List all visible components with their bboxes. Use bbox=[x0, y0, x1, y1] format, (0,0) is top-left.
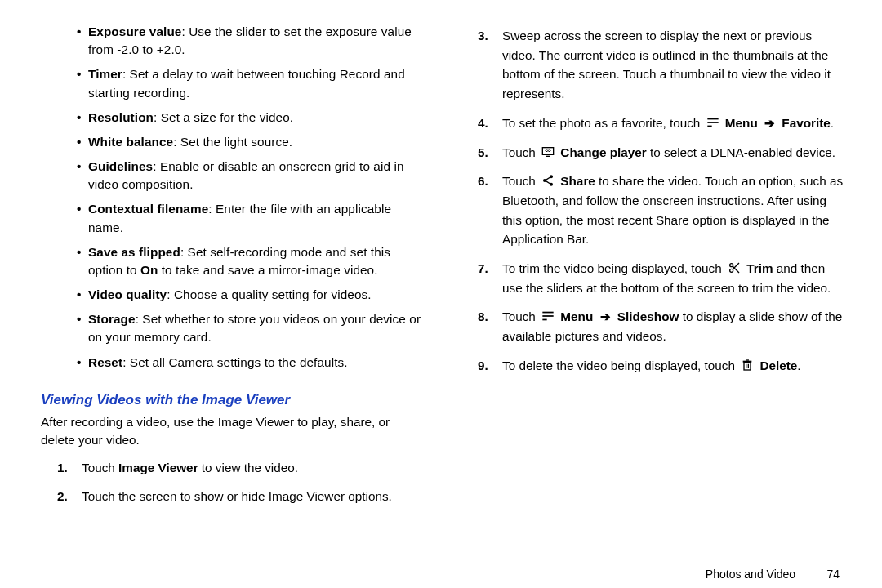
step-item: To set the photo as a favorite, touch Me… bbox=[478, 114, 844, 133]
step-item: Touch Menu ➔ Slideshow to display a slid… bbox=[478, 307, 844, 345]
step-item: Touch Change player to select a DLNA-ena… bbox=[478, 143, 844, 163]
section-heading: Viewing Videos with the Image Viewer bbox=[41, 390, 424, 411]
menu-icon bbox=[706, 116, 719, 129]
page-footer: Photos and Video 74 bbox=[458, 566, 844, 588]
left-steps: Touch Image Viewer to view the video.Tou… bbox=[57, 458, 424, 516]
setting-bullet: Timer: Set a delay to wait between touch… bbox=[88, 65, 424, 101]
setting-bullet: Exposure value: Use the slider to set th… bbox=[88, 23, 424, 59]
trim-icon bbox=[728, 261, 741, 274]
setting-bullet: Guidelines: Enable or disable an onscree… bbox=[88, 158, 424, 194]
menu-icon bbox=[541, 310, 555, 323]
left-column: Exposure value: Use the slider to set th… bbox=[38, 23, 447, 588]
step-item: Touch the screen to show or hide Image V… bbox=[57, 487, 424, 506]
setting-bullet: Reset: Set all Camera settings to the de… bbox=[88, 354, 424, 372]
changeplayer-icon bbox=[541, 145, 555, 158]
share-icon bbox=[541, 174, 555, 187]
section-intro: After recording a video, use the Image V… bbox=[41, 413, 424, 449]
setting-bullet: White balance: Set the light source. bbox=[88, 133, 424, 151]
setting-bullet: Video quality: Choose a quality setting … bbox=[88, 286, 424, 304]
right-steps: Sweep across the screen to display the n… bbox=[478, 26, 844, 385]
step-item: Sweep across the screen to display the n… bbox=[478, 26, 844, 104]
right-column: Sweep across the screen to display the n… bbox=[447, 23, 844, 588]
setting-bullet: Contextual filename: Enter the file with… bbox=[88, 200, 424, 236]
delete-icon bbox=[741, 359, 754, 372]
setting-bullet: Resolution: Set a size for the video. bbox=[88, 109, 424, 127]
settings-bullets: Exposure value: Use the slider to set th… bbox=[38, 23, 424, 378]
setting-bullet: Save as flipped: Set self-recording mode… bbox=[88, 243, 424, 279]
footer-section: Photos and Video bbox=[706, 568, 795, 581]
page-number: 74 bbox=[810, 566, 840, 583]
step-item: To delete the video being displayed, tou… bbox=[478, 356, 844, 376]
manual-page: Exposure value: Use the slider to set th… bbox=[0, 0, 882, 588]
step-item: To trim the video being displayed, touch… bbox=[478, 259, 844, 297]
step-item: Touch Share to share the video. Touch an… bbox=[478, 172, 844, 249]
step-item: Touch Image Viewer to view the video. bbox=[57, 458, 424, 478]
setting-bullet: Storage: Set whether to store you videos… bbox=[88, 310, 424, 346]
